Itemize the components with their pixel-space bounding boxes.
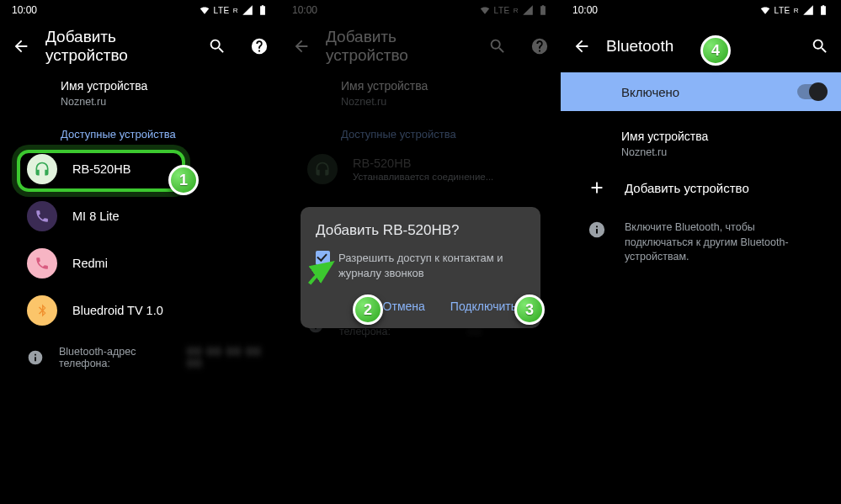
page-title: Bluetooth	[606, 37, 787, 56]
back-icon[interactable]	[572, 37, 591, 56]
dialog-body-text: Разрешить доступ к контактам и журналу з…	[338, 251, 525, 281]
signal-icon	[522, 4, 534, 16]
wifi-icon	[479, 4, 491, 16]
lte-label: LTE	[774, 6, 790, 15]
wifi-icon	[759, 4, 771, 16]
toolbar: Добавить устройство	[0, 24, 280, 69]
search-icon[interactable]	[208, 37, 226, 56]
phone-icon	[27, 248, 57, 279]
battery-icon	[537, 4, 549, 16]
enabled-label: Включено	[621, 85, 679, 99]
device-label: Redmi	[72, 257, 108, 270]
roam-label: R	[233, 7, 238, 14]
info-icon	[27, 349, 44, 366]
signal-icon	[802, 4, 814, 16]
status-bar: 10:00 LTE R	[0, 0, 280, 20]
headphone-icon	[27, 154, 57, 184]
toolbar: Bluetooth	[561, 24, 841, 69]
available-devices-label: Доступные устройства	[0, 116, 280, 146]
allow-contacts-checkbox[interactable]	[316, 251, 330, 265]
add-device-row[interactable]: Добавить устройство	[561, 167, 841, 209]
search-icon[interactable]	[811, 37, 829, 56]
bluetooth-icon	[27, 295, 57, 326]
headphone-icon	[307, 154, 338, 184]
screen-pair-dialog: 10:00 LTE R Добавить устройство Имя устр…	[280, 0, 561, 504]
device-name-value: Noznet.ru	[0, 96, 280, 116]
device-row-rb520hb[interactable]: RB-520HB	[0, 146, 280, 193]
bluetooth-hint-text: Включите Bluetooth, чтобы подключаться к…	[625, 220, 824, 265]
device-row-bluedroid[interactable]: Bluedroid TV 1.0	[0, 287, 280, 334]
status-time: 10:00	[292, 4, 317, 16]
toolbar: Добавить устройство	[280, 24, 561, 69]
device-name-label: Имя устройства	[561, 119, 841, 146]
roam-label: R	[794, 7, 799, 14]
search-icon[interactable]	[488, 37, 507, 56]
lte-label: LTE	[214, 6, 230, 15]
pair-dialog: Добавить RB-520HB? Разрешить доступ к ко…	[301, 207, 540, 328]
status-icons: LTE R	[199, 4, 269, 16]
device-name-value: Noznet.ru	[561, 146, 841, 167]
status-icons: LTE R	[759, 4, 829, 16]
info-icon	[588, 220, 606, 239]
device-row-mi8[interactable]: MI 8 Lite	[0, 193, 280, 240]
screen-bluetooth: 10:00 LTE R Bluetooth Включено Имя устро…	[561, 0, 841, 504]
status-time: 10:00	[572, 4, 598, 16]
screen-add-device: 10:00 LTE R Добавить устройство Имя устр…	[0, 0, 280, 504]
bt-address-value: 00 00 00 00 00	[188, 346, 269, 369]
device-status: Устанавливается соединение...	[353, 172, 493, 182]
status-icons: LTE R	[479, 4, 549, 16]
connect-button[interactable]: Подключить	[442, 293, 525, 320]
device-name-label: Имя устройства	[280, 69, 561, 96]
signal-icon	[242, 4, 253, 16]
bt-address-label: Bluetooth-адрес телефона:	[59, 346, 173, 369]
device-label: Bluedroid TV 1.0	[72, 304, 163, 317]
status-bar: 10:00 LTE R	[280, 0, 561, 20]
lte-label: LTE	[494, 6, 510, 15]
help-icon[interactable]	[250, 37, 269, 56]
back-icon[interactable]	[12, 37, 30, 56]
page-title: Добавить устройство	[45, 28, 184, 65]
phone-icon	[27, 201, 57, 231]
page-title: Добавить устройство	[326, 28, 465, 65]
help-icon[interactable]	[530, 37, 549, 56]
device-name-label: Имя устройства	[0, 69, 280, 96]
status-bar: 10:00 LTE R	[561, 0, 841, 20]
plus-icon	[588, 178, 606, 197]
bluetooth-enabled-row[interactable]: Включено	[561, 72, 841, 111]
device-row-redmi[interactable]: Redmi	[0, 240, 280, 287]
cancel-button[interactable]: Отмена	[375, 293, 434, 320]
available-devices-label: Доступные устройства	[280, 116, 561, 146]
device-label: RB-520HB	[353, 157, 493, 170]
bt-address-row: Bluetooth-адрес телефона: 00 00 00 00 00	[0, 334, 280, 381]
device-name-value: Noznet.ru	[280, 96, 561, 116]
dialog-title: Добавить RB-520HB?	[316, 222, 525, 239]
bluetooth-toggle[interactable]	[797, 84, 826, 99]
wifi-icon	[199, 4, 210, 16]
bluetooth-hint-row: Включите Bluetooth, чтобы подключаться к…	[561, 209, 841, 277]
back-icon[interactable]	[292, 37, 311, 56]
roam-label: R	[514, 7, 519, 14]
battery-icon	[257, 4, 269, 16]
device-label: MI 8 Lite	[72, 210, 120, 223]
device-label: RB-520HB	[72, 162, 130, 176]
battery-icon	[817, 4, 829, 16]
status-time: 10:00	[12, 4, 37, 16]
device-row-connecting: RB-520HB Устанавливается соединение...	[280, 146, 561, 193]
add-device-label: Добавить устройство	[625, 181, 749, 195]
